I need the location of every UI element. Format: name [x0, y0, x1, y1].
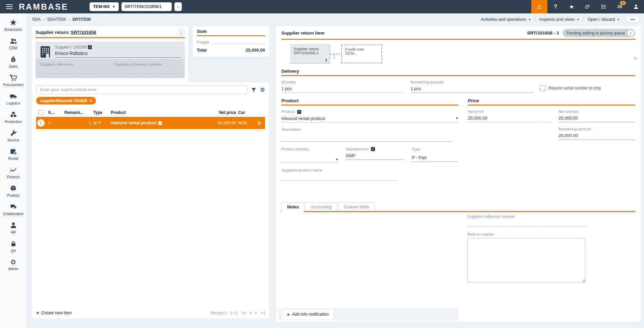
- hamburger-menu-icon[interactable]: [0, 0, 19, 13]
- suppliers-product-name-field[interactable]: [281, 180, 396, 181]
- remaining-amount-field: 25,000.00: [558, 133, 635, 140]
- tab-suppliers-reference-number-field[interactable]: [467, 226, 585, 227]
- open-discard-menu[interactable]: Open / discard▼: [583, 17, 624, 22]
- sidebar-item-product[interactable]: Product: [0, 182, 26, 200]
- more-options-button[interactable]: •••: [626, 16, 639, 22]
- require-serial-checkbox[interactable]: [540, 85, 545, 91]
- open-product-icon[interactable]: ↗: [158, 121, 162, 125]
- select-all-checkbox[interactable]: [38, 110, 43, 115]
- task-list-button[interactable]: [596, 0, 612, 13]
- detail-tabs: Notes Accounting Custom fields: [281, 202, 635, 212]
- sidebar-item-collaboration[interactable]: Collaboration: [0, 200, 26, 219]
- chevron-down-icon: ▼: [335, 158, 338, 161]
- remaining-quantity-field: 1 pcs: [411, 86, 533, 93]
- prev-page-icon[interactable]: ◀: [249, 311, 252, 315]
- cell-remaining: 1: [64, 121, 93, 125]
- breadcrumb-ssaitem[interactable]: SSAITEM: [47, 17, 66, 22]
- plus-icon: +: [36, 310, 39, 316]
- remove-filter-icon[interactable]: ×: [89, 98, 92, 103]
- product-revision-select[interactable]: ▼: [281, 158, 338, 163]
- sidebar-item-admin[interactable]: ⚙ Admin: [0, 256, 26, 274]
- filter-icon[interactable]: [251, 87, 257, 93]
- last-page-icon[interactable]: ▶: [261, 311, 265, 315]
- messages-count-badge: 27: [620, 1, 626, 5]
- description-field[interactable]: [281, 141, 451, 142]
- sum-title: Sum: [197, 29, 265, 36]
- next-page-icon[interactable]: ▶: [255, 311, 258, 315]
- col-remaining[interactable]: Remaini...: [64, 110, 93, 115]
- favorites-button[interactable]: ★: [564, 0, 580, 13]
- col-net-price[interactable]: Net price: [203, 110, 238, 115]
- items-search-input[interactable]: [36, 85, 248, 94]
- quantity-label: Quantity: [281, 80, 404, 84]
- flow-card-credit-note[interactable]: Credit note SCN/..: [341, 45, 382, 63]
- document-search-input[interactable]: [121, 2, 172, 11]
- open-supplier-icon[interactable]: ↗: [88, 45, 92, 49]
- status-badge[interactable]: Pending adding to picking queue 1: [562, 29, 635, 37]
- module-select[interactable]: TEM-NO▼: [90, 2, 118, 11]
- sidebar-item-procurement[interactable]: Procurement: [0, 71, 26, 90]
- net-price-field[interactable]: 25,000.00: [468, 116, 552, 122]
- table-row[interactable]: 1 1 1 ⚙ P Inbound rental product ↗ 25,00…: [36, 117, 265, 129]
- svg-text:$: $: [12, 59, 14, 62]
- require-serial-label: Require serial number to ship: [548, 86, 601, 90]
- sidebar-item-bookmarks[interactable]: Bookmarks: [0, 16, 26, 35]
- sidebar-item-logistics[interactable]: Logistics: [0, 90, 26, 108]
- flow-connector: [330, 54, 341, 54]
- sidebar-item-service[interactable]: Service: [0, 127, 26, 145]
- add-info-notification-button[interactable]: + Add info notification: [282, 310, 333, 319]
- sidebar-item-rental[interactable]: $ Rental: [0, 145, 26, 163]
- col-currency[interactable]: Cur: [238, 110, 254, 115]
- tab-notes[interactable]: Notes: [281, 202, 305, 211]
- info-notification-strip: + Add info notification: [279, 308, 459, 320]
- net-amount-label: Net amount: [558, 110, 635, 114]
- open-product-detail-icon[interactable]: ↗: [297, 110, 301, 114]
- breadcrumb-separator: ›: [68, 17, 70, 21]
- suppliers-reference-number-label: Suppliers reference number: [114, 62, 181, 66]
- sum-panel: Sum Freight Total 25,000.00: [193, 26, 269, 57]
- attachments-button[interactable]: [580, 0, 596, 13]
- product-label: Product: [281, 110, 295, 114]
- create-new-item-button[interactable]: + Create new item: [36, 310, 72, 316]
- module-sidebar: Bookmarks CRM $ Sales Procurement Logist…: [0, 13, 27, 328]
- supplier-return-link[interactable]: SRT/101656: [71, 30, 96, 35]
- table-settings-gear-icon[interactable]: ⚙: [260, 86, 265, 93]
- sidebar-item-sales[interactable]: $ Sales: [0, 53, 26, 71]
- sidebar-item-crm[interactable]: CRM: [0, 35, 26, 53]
- quantity-field[interactable]: 1 pcs: [281, 86, 404, 93]
- col-item[interactable]: It...: [48, 110, 64, 115]
- sidebar-item-production[interactable]: Production: [0, 108, 26, 127]
- flow-card-supplier-return[interactable]: Supplier return SRT/101656-1 1: [289, 45, 330, 63]
- alerts-button[interactable]: ⚠: [531, 0, 547, 13]
- activities-operations-menu[interactable]: Activities and operations▼: [477, 17, 535, 22]
- freight-field[interactable]: [212, 40, 265, 44]
- tab-custom-fields[interactable]: Custom fields: [338, 202, 375, 211]
- product-select[interactable]: Inbound rental product ▼: [281, 116, 459, 123]
- col-type[interactable]: Type: [93, 110, 111, 115]
- col-product[interactable]: Product: [111, 110, 203, 115]
- sidebar-item-finance[interactable]: Finance: [0, 163, 26, 182]
- inspects-views-menu[interactable]: Inspects and views▼: [535, 17, 584, 22]
- suppliers-reference-field[interactable]: [40, 74, 106, 74]
- open-manufacturer-icon[interactable]: ↗: [371, 147, 375, 151]
- collapse-double-chevron-icon[interactable]: «: [632, 57, 637, 60]
- suppliers-reference-number-field[interactable]: [114, 74, 181, 74]
- user-menu-button[interactable]: [628, 0, 644, 13]
- help-button[interactable]: ?: [547, 0, 564, 13]
- svg-text:$: $: [14, 152, 15, 154]
- sidebar-item-qa[interactable]: QA: [0, 237, 26, 256]
- manufacturer-field: GMF: [346, 153, 405, 160]
- chevron-down-icon: ▼: [455, 117, 459, 120]
- delete-row-icon[interactable]: [257, 121, 262, 126]
- filter-chip-supplier-return-id[interactable]: supplierReturnId 101656×: [36, 97, 96, 105]
- first-page-icon[interactable]: ◀: [241, 311, 245, 315]
- back-button[interactable]: ‹: [174, 2, 182, 11]
- tab-accounting[interactable]: Accounting: [305, 202, 337, 211]
- chevron-down-icon: ▼: [617, 18, 620, 21]
- messages-button[interactable]: ✉ 27: [612, 0, 628, 13]
- sidebar-item-hr[interactable]: HR: [0, 219, 26, 237]
- supplier-name[interactable]: Krisco Robotics: [55, 50, 181, 58]
- breadcrumb-ssa[interactable]: SSA: [32, 17, 41, 22]
- flow-card-count: 1: [325, 58, 327, 62]
- note-to-supplier-textarea[interactable]: [467, 238, 585, 282]
